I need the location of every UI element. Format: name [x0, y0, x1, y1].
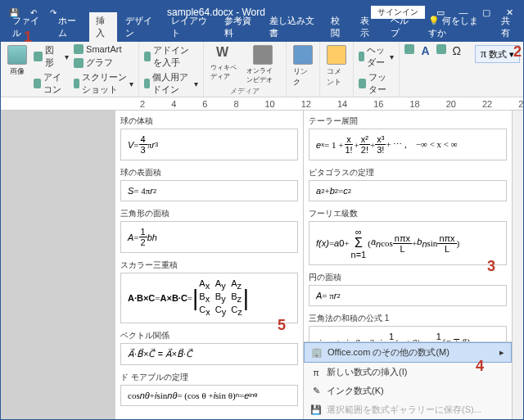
comment-icon — [327, 45, 346, 65]
wikipedia-button[interactable]: Wウィキペディア — [207, 43, 242, 83]
wordart-button[interactable]: A — [419, 43, 431, 58]
tab-references[interactable]: 参考資料 — [218, 12, 262, 42]
footer-button[interactable]: フッター — [357, 70, 396, 97]
scrollbar[interactable] — [512, 111, 523, 419]
image-icon — [7, 45, 27, 65]
eq-trig-sum1[interactable]: sin α ± sin β = 2 sin 12(α ± β) cos 12(α… — [309, 326, 507, 341]
document-pane: 5 球の体積 V = 43πr3 球の表面積 S = 4πr2 三角形の面積 A… — [115, 111, 304, 419]
ruler: 24681012141618202224262830 — [1, 97, 523, 111]
eq-vector-relation[interactable]: A⃗·B⃗×C⃗ = A⃗×B⃗·C⃗ — [120, 343, 298, 365]
wordart-icon: A — [421, 44, 429, 57]
ink-equation[interactable]: ✎インク数式(K) — [304, 382, 512, 400]
shapes-icon — [34, 52, 43, 61]
get-addins-button[interactable]: アドインを入手 — [142, 43, 200, 70]
smartart-icon — [74, 44, 84, 54]
eq-sphere-volume[interactable]: V = 43πr3 — [120, 129, 298, 160]
tab-design[interactable]: デザイン — [119, 12, 163, 42]
wikipedia-icon: W — [216, 45, 233, 61]
textbox-button[interactable] — [403, 43, 416, 55]
tell-me[interactable]: 💡 何をしますか — [422, 12, 493, 42]
smartart-button[interactable]: SmartArt — [72, 43, 135, 55]
symbol-button[interactable]: Ω — [451, 43, 463, 58]
chart-button[interactable]: グラフ — [72, 56, 135, 70]
group-media: メディア — [207, 86, 282, 97]
marker-5: 5 — [278, 317, 286, 334]
icons-button[interactable]: アイコン — [32, 70, 70, 97]
marker-2: 2 — [513, 43, 522, 61]
save-to-gallery: 💾選択範囲を数式ギャラリーに保存(S)... — [304, 400, 512, 419]
gallery-footer: 4 🏢Office.com のその他の数式(M)▸ π新しい数式の挿入(I) ✎… — [304, 341, 512, 419]
tab-home[interactable]: ホーム — [52, 12, 88, 42]
video-icon — [253, 45, 273, 65]
screenshot-button[interactable]: スクリーンショット ▾ — [72, 70, 135, 97]
textbox-icon — [404, 44, 414, 54]
icons-icon — [34, 79, 41, 88]
pi-icon: π — [310, 367, 322, 378]
link-button[interactable]: リンク — [290, 43, 316, 89]
tab-layout[interactable]: レイアウト — [165, 12, 216, 42]
ink-icon: ✎ — [310, 386, 322, 397]
header-button[interactable]: ヘッダー ▾ — [357, 43, 396, 70]
comment-button[interactable]: コメント — [323, 43, 350, 89]
marker-4: 4 — [476, 358, 484, 375]
tab-review[interactable]: 校閲 — [324, 12, 353, 42]
tab-help[interactable]: ヘルプ — [384, 12, 420, 42]
eq-scalar-triple[interactable]: A·B×C = A×B·C = |AxAyAzBxByBzCxCyCz| — [120, 273, 298, 323]
footer-icon — [359, 79, 366, 88]
dropcap-icon — [436, 44, 446, 54]
pi-icon: π — [481, 47, 486, 61]
tab-insert[interactable]: 挿入 — [89, 12, 118, 42]
dropcap-button[interactable] — [435, 43, 448, 55]
chart-icon — [74, 58, 84, 68]
eq-circle-area[interactable]: A = πr2 — [309, 285, 507, 306]
online-video-button[interactable]: オンラインビデオ — [243, 43, 282, 86]
ribbon-tabs: ファイル ホーム 挿入 デザイン レイアウト 参考資料 差し込み文書 校閲 表示… — [1, 24, 523, 42]
ribbon: 1 画像 図形 ▾ アイコン 3D モデル ▾ SmartArt グラフ スクリ… — [1, 42, 523, 97]
shapes-button[interactable]: 図形 ▾ — [32, 43, 70, 70]
eq-title: 球の体積 — [120, 115, 298, 127]
marker-1: 1 — [24, 29, 32, 46]
eq-pythagoras[interactable]: a2 + b2 = c2 — [309, 180, 507, 201]
marker-3: 3 — [487, 258, 495, 275]
tab-view[interactable]: 表示 — [354, 12, 382, 42]
tab-mailings[interactable]: 差し込み文書 — [263, 12, 322, 42]
eq-taylor[interactable]: ex = 1 + x1! + x²2! + x³3! + ⋯ , −∞ < x … — [309, 129, 507, 160]
eq-sphere-surface[interactable]: S = 4πr2 — [120, 180, 298, 201]
omega-icon: Ω — [453, 44, 461, 57]
eq-triangle-area[interactable]: A = 12bh — [120, 221, 298, 253]
equation-gallery: 3 テーラー展開 ex = 1 + x1! + x²2! + x³3! + ⋯ … — [304, 111, 512, 419]
eq-fourier[interactable]: f(x) = a0 + ∞Σn=1(an cos nπxL + bn sin n… — [309, 221, 507, 265]
my-addins-button[interactable]: 個人用アドイン ▾ — [142, 70, 200, 97]
link-icon — [293, 45, 313, 65]
save-icon: 💾 — [310, 404, 322, 416]
camera-icon — [74, 79, 79, 88]
eq-demoivre[interactable]: cos nθ + i sin nθ = (cos θ + i sin θ)n =… — [120, 385, 298, 406]
header-icon — [359, 52, 364, 61]
store-icon — [144, 52, 151, 61]
addins-icon — [144, 79, 150, 88]
share-button[interactable]: 共有 — [495, 12, 523, 42]
office-icon: 🏢 — [311, 347, 323, 359]
image-button[interactable]: 画像 — [4, 43, 30, 79]
